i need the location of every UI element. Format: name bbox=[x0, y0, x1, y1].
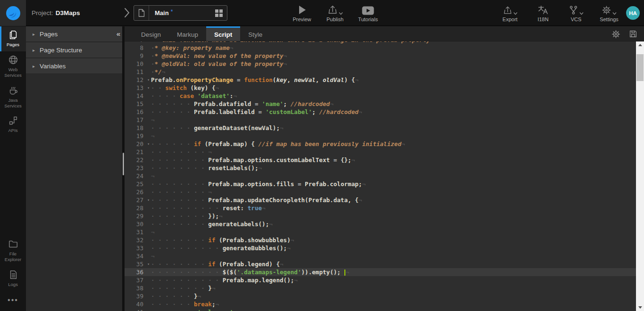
line-number[interactable]: 37 bbox=[125, 276, 151, 284]
line-number[interactable]: 32 bbox=[125, 236, 151, 244]
code-line[interactable]: 26· · · · · · · · ¬ bbox=[125, 188, 636, 196]
topbar-settings-button[interactable]: Settings bbox=[599, 4, 619, 22]
line-number[interactable]: 16 bbox=[125, 108, 151, 116]
topbar-publish-button[interactable]: Publish bbox=[325, 4, 345, 22]
line-number[interactable]: 31 bbox=[125, 228, 151, 236]
code-line[interactable]: 40· · · · · · break;¬ bbox=[125, 300, 636, 308]
fold-arrow-icon[interactable]: ▾ bbox=[147, 196, 150, 204]
topbar-tutorials-button[interactable]: Tutorials bbox=[358, 4, 378, 22]
line-number[interactable]: 28 bbox=[125, 204, 151, 212]
code-line[interactable]: 17¬ bbox=[125, 116, 636, 124]
line-number[interactable]: 20▾ bbox=[125, 140, 151, 148]
topbar-export-button[interactable]: Export bbox=[500, 4, 520, 22]
code-line[interactable]: 32· · · · · · · · if (Prefab.showbubbles… bbox=[125, 236, 636, 244]
code-line[interactable]: 18· · · · · · generateDataset(newVal);¬ bbox=[125, 124, 636, 132]
code-line[interactable]: 19¬ bbox=[125, 132, 636, 140]
scrollbar-up-arrow[interactable] bbox=[636, 41, 644, 49]
panel-section-pages[interactable]: ▸Pages« bbox=[26, 26, 122, 42]
line-number[interactable]: 18 bbox=[125, 124, 151, 132]
code-line[interactable]: 15· · · · · · Prefab.datafield = 'name';… bbox=[125, 100, 636, 108]
line-number[interactable]: 34 bbox=[125, 252, 151, 260]
fold-arrow-icon[interactable]: ▾ bbox=[147, 260, 150, 268]
editor-vertical-scrollbar[interactable] bbox=[636, 41, 644, 311]
code-line-active[interactable]: 36· · · · · · · · · · $($('.datamaps-leg… bbox=[125, 268, 636, 276]
tab-design[interactable]: Design bbox=[133, 26, 169, 41]
code-line[interactable]: 16· · · · · · Prefab.labelfield = 'custo… bbox=[125, 108, 636, 116]
line-number[interactable]: 17 bbox=[125, 116, 151, 124]
code-line[interactable]: 8·* @key: property name¬ bbox=[125, 44, 636, 52]
code-line[interactable]: 31¬ bbox=[125, 228, 636, 236]
code-line[interactable]: 12▾Prefab.onPropertyChange = function(ke… bbox=[125, 76, 636, 84]
line-number[interactable]: 14 bbox=[125, 92, 151, 100]
scrollbar-thumb[interactable] bbox=[636, 54, 644, 81]
code-line[interactable]: 11·*/¬ bbox=[125, 68, 636, 76]
line-number[interactable]: 41 bbox=[125, 308, 151, 311]
panel-section-variables[interactable]: ▸Variables bbox=[26, 58, 122, 74]
code-line[interactable]: 10·* @oldVal: old value of the property¬ bbox=[125, 60, 636, 68]
line-number[interactable]: 36 bbox=[125, 268, 151, 276]
code-line[interactable]: 23· · · · · · · · resetLabels();¬ bbox=[125, 164, 636, 172]
sidebar-item-java-services[interactable]: Java Services bbox=[0, 82, 26, 113]
panel-scrollbar-thumb[interactable] bbox=[123, 153, 124, 175]
open-page-tab-main[interactable]: Main * bbox=[134, 5, 227, 21]
line-number[interactable]: 35▾ bbox=[125, 260, 151, 268]
script-code-editor[interactable]: 7·* this function will be invoked when t… bbox=[125, 41, 644, 311]
line-number[interactable]: 22 bbox=[125, 156, 151, 164]
line-number[interactable]: 19 bbox=[125, 132, 151, 140]
code-line[interactable]: 22· · · · · · · · Prefab.map.options.cus… bbox=[125, 156, 636, 164]
line-number[interactable]: 11 bbox=[125, 68, 151, 76]
line-number[interactable]: 39 bbox=[125, 292, 151, 300]
user-avatar[interactable]: HA bbox=[626, 6, 640, 20]
sidebar-item-apis[interactable]: APIs bbox=[0, 112, 26, 137]
line-number[interactable]: 8 bbox=[125, 44, 151, 52]
topbar-preview-button[interactable]: Preview bbox=[292, 4, 312, 22]
sidebar-item-web-services[interactable]: Web Services bbox=[0, 51, 26, 82]
fold-arrow-icon[interactable]: ▾ bbox=[147, 84, 150, 92]
sidebar-item-logs[interactable]: Logs bbox=[0, 266, 26, 291]
line-number[interactable]: 25 bbox=[125, 180, 151, 188]
code-line[interactable]: 35▾· · · · · · · · if (Prefab.legend) {¬ bbox=[125, 260, 636, 268]
breadcrumb-chevron-icon[interactable] bbox=[124, 7, 130, 19]
tab-markup[interactable]: Markup bbox=[169, 26, 206, 41]
save-icon[interactable] bbox=[629, 30, 637, 38]
code-line[interactable]: 29· · · · · · · · });¬ bbox=[125, 212, 636, 220]
script-settings-gear-icon[interactable] bbox=[611, 30, 620, 39]
tab-style[interactable]: Style bbox=[240, 26, 270, 41]
code-line[interactable]: 37· · · · · · · · · · Prefab.map.legend(… bbox=[125, 276, 636, 284]
code-line[interactable]: 25· · · · · · · · Prefab.map.options.fil… bbox=[125, 180, 636, 188]
line-number[interactable]: 30 bbox=[125, 220, 151, 228]
code-line[interactable]: 41· · · · case 'colormap':¬ bbox=[125, 308, 636, 311]
code-line[interactable]: 28· · · · · · · · · · reset: true¬ bbox=[125, 204, 636, 212]
code-line[interactable]: 14· · · · case 'dataset':¬ bbox=[125, 92, 636, 100]
sidebar-item-file-explorer[interactable]: File Explorer bbox=[0, 236, 26, 266]
line-number[interactable]: 33 bbox=[125, 244, 151, 252]
line-number[interactable]: 23 bbox=[125, 164, 151, 172]
sidebar-more-button[interactable]: ••• bbox=[0, 291, 26, 311]
panel-section-page-structure[interactable]: ▸Page Structure bbox=[26, 42, 122, 58]
line-number[interactable]: 9 bbox=[125, 52, 151, 60]
code-line[interactable]: 20▾· · · · · · if (Prefab.map) { //if ma… bbox=[125, 140, 636, 148]
sidebar-item-pages[interactable]: Pages bbox=[0, 26, 26, 51]
code-line[interactable]: 24¬ bbox=[125, 172, 636, 180]
line-number[interactable]: 26 bbox=[125, 188, 151, 196]
collapse-panel-icon[interactable]: « bbox=[117, 30, 120, 38]
topbar-i18n-button[interactable]: I18N bbox=[533, 4, 553, 22]
code-line[interactable]: 38· · · · · · · · }¬ bbox=[125, 284, 636, 292]
line-number[interactable]: 12▾ bbox=[125, 76, 151, 84]
line-number[interactable]: 38 bbox=[125, 284, 151, 292]
line-number[interactable]: 29 bbox=[125, 212, 151, 220]
code-line[interactable]: 9·* @newVal: new value of the property¬ bbox=[125, 52, 636, 60]
code-line[interactable]: 21· · · · · · · · ¬ bbox=[125, 148, 636, 156]
line-number[interactable]: 24 bbox=[125, 172, 151, 180]
code-line[interactable]: 13▾· · switch (key) {¬ bbox=[125, 84, 636, 92]
fold-arrow-icon[interactable]: ▾ bbox=[147, 140, 150, 148]
fold-arrow-icon[interactable]: ▾ bbox=[147, 76, 150, 84]
code-line[interactable]: 33· · · · · · · · · · generateBubbles();… bbox=[125, 244, 636, 252]
code-line[interactable]: 27▾· · · · · · · · Prefab.map.updateChor… bbox=[125, 196, 636, 204]
line-number[interactable]: 40 bbox=[125, 300, 151, 308]
line-number[interactable]: 27▾ bbox=[125, 196, 151, 204]
line-number[interactable]: 13▾ bbox=[125, 84, 151, 92]
topbar-vcs-button[interactable]: VCS bbox=[566, 4, 586, 22]
line-number[interactable]: 10 bbox=[125, 60, 151, 68]
code-line[interactable]: 34¬ bbox=[125, 252, 636, 260]
